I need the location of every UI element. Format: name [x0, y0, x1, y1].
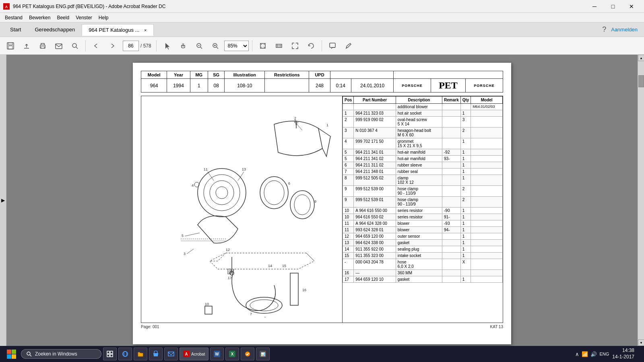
taskbar-mail[interactable] [164, 348, 178, 360]
svg-point-36 [294, 195, 310, 215]
table-row: 7964 211 348 01rubber seal1 [343, 169, 503, 175]
search-button[interactable] [68, 39, 82, 53]
document-header: Model Year MG SG Illustration Restrictio… [141, 71, 503, 93]
svg-point-27 [216, 187, 228, 199]
pdf-viewer[interactable]: Model Year MG SG Illustration Restrictio… [6, 55, 638, 346]
date-value: 24.01.2010 [351, 79, 393, 93]
zoom-out-button[interactable] [192, 39, 206, 53]
zoom-in-button[interactable] [208, 39, 223, 53]
svg-rect-19 [330, 43, 335, 47]
help-button[interactable]: ? [602, 25, 606, 34]
print-button[interactable] [35, 39, 50, 53]
model-label: Model [141, 71, 167, 79]
minimize-button[interactable]: ─ [585, 0, 604, 13]
tab-close-button[interactable]: × [144, 28, 147, 33]
time-date-header [330, 71, 394, 79]
hand-tool-button[interactable] [176, 39, 190, 53]
zoom-select[interactable]: 85% 100% 125% 150% [224, 41, 249, 51]
menu-beeld[interactable]: Beeld [54, 14, 72, 21]
taskbar-right: ∧ 📶 🔊 ENG 14:38 14-1-2017 [575, 346, 641, 362]
illustration-value: 108-10 [225, 79, 265, 93]
scrollbar-track [638, 61, 644, 339]
taskbar-explorer[interactable] [134, 348, 147, 360]
svg-point-33 [264, 181, 284, 205]
signin-button[interactable]: Aanmelden [611, 27, 638, 33]
fit-width-button[interactable] [272, 39, 286, 53]
table-row: 6964 211 311 02rubber sleeve1 [343, 162, 503, 169]
svg-rect-3 [8, 43, 12, 45]
svg-line-23 [296, 123, 302, 130]
separator-1 [85, 40, 86, 51]
tab-start[interactable]: Start [3, 24, 28, 35]
windows-taskbar: Zoeken in Windows A Acrobat W X [0, 346, 644, 362]
scrollbar-thumb[interactable] [638, 75, 644, 87]
table-row: additional blowerM64.01/02/03 [343, 104, 503, 110]
comment-button[interactable] [325, 39, 340, 53]
rotation-button[interactable] [304, 39, 318, 53]
tab-document[interactable]: 964 PET Katalogus ... × [82, 24, 153, 36]
sg-value: 08 [208, 79, 225, 93]
taskbar-acrobat[interactable]: A Acrobat [180, 348, 208, 360]
menu-venster[interactable]: Venster [72, 14, 95, 21]
taskbar-app7[interactable] [241, 348, 254, 360]
taskbar-word[interactable]: W [210, 348, 224, 360]
content-area: 1 1 2 1 [141, 96, 503, 323]
svg-rect-6 [41, 47, 44, 48]
svg-text:4: 4 [192, 183, 194, 187]
svg-rect-4 [8, 46, 12, 49]
window-title: 964 PET Katalogus ENG.pdf (BEVEILIGD) - … [13, 4, 165, 9]
svg-line-16 [217, 47, 218, 49]
vertical-scrollbar[interactable]: ▲ ▼ [638, 55, 644, 346]
left-panel-toggle[interactable]: ▶ [0, 55, 6, 346]
scroll-down-button[interactable]: ▼ [638, 339, 644, 346]
language-indicator[interactable]: ENG [599, 352, 609, 356]
table-row: 5964 211 341 02hot-air manifold93-1 [343, 156, 503, 162]
menu-help[interactable]: Help [95, 14, 112, 21]
svg-text:📊: 📊 [261, 352, 266, 357]
scroll-up-button[interactable]: ▲ [638, 55, 644, 61]
toolbar: 86 / 578 85% 100% 125% 150% [0, 37, 644, 55]
menu-bewerken[interactable]: Bewerken [26, 14, 54, 21]
upload-button[interactable] [19, 39, 34, 53]
tab-document-label: 964 PET Katalogus ... [89, 27, 139, 33]
taskbar-store[interactable] [149, 348, 163, 360]
kat-number: KAT 13 [490, 325, 503, 329]
taskbar-ie[interactable] [118, 348, 132, 360]
next-page-button[interactable] [105, 39, 120, 53]
tab-bar: Start Gereedschappen 964 PET Katalogus .… [0, 23, 644, 37]
select-tool-button[interactable] [160, 39, 174, 53]
save-button[interactable] [3, 39, 18, 53]
taskview-button[interactable] [103, 348, 117, 360]
pdf-page: Model Year MG SG Illustration Restrictio… [133, 63, 511, 344]
clock-display[interactable]: 14:38 14-1-2017 [612, 348, 634, 360]
table-row: -000 043 204 78hose6,0 X 2,0X [343, 259, 503, 270]
taskbar-excel[interactable]: X [225, 348, 239, 360]
table-row: 4999 702 171 50grommet15 X 21 X 9,51 [343, 138, 503, 149]
markup-button[interactable] [341, 39, 356, 53]
svg-rect-67 [12, 350, 16, 354]
taskbar-app8[interactable]: 📊 [256, 348, 270, 360]
svg-rect-72 [107, 351, 109, 354]
page-input[interactable]: 86 [123, 41, 139, 51]
tab-gereedschappen[interactable]: Gereedschappen [28, 24, 82, 35]
close-button[interactable]: ✕ [622, 0, 641, 13]
email-button[interactable] [52, 39, 66, 53]
menu-bestand[interactable]: Bestand [2, 14, 26, 21]
start-button[interactable] [3, 346, 19, 362]
volume-icon: 🔊 [590, 351, 597, 357]
table-row: 11A 964 624 328 00blower-931 [343, 220, 503, 227]
tray-arrow[interactable]: ∧ [575, 351, 579, 357]
svg-text:17: 17 [228, 276, 232, 280]
fullscreen-button[interactable] [288, 39, 302, 53]
pdf-page-footer: Page: 001 KAT 13 [141, 323, 503, 331]
prev-page-button[interactable] [89, 39, 103, 53]
col-model: Model [471, 97, 503, 104]
fit-page-button[interactable] [256, 39, 270, 53]
show-desktop-button[interactable] [638, 346, 641, 362]
table-row: 16---360 MM [343, 270, 503, 276]
maximize-button[interactable]: □ [604, 0, 622, 13]
table-row: 9999 512 539 00hose clamp90 - 110/92 [343, 186, 503, 197]
taskbar-search[interactable]: Zoeken in Windows [21, 349, 101, 359]
svg-point-48 [194, 182, 199, 187]
svg-text:W: W [215, 352, 219, 356]
